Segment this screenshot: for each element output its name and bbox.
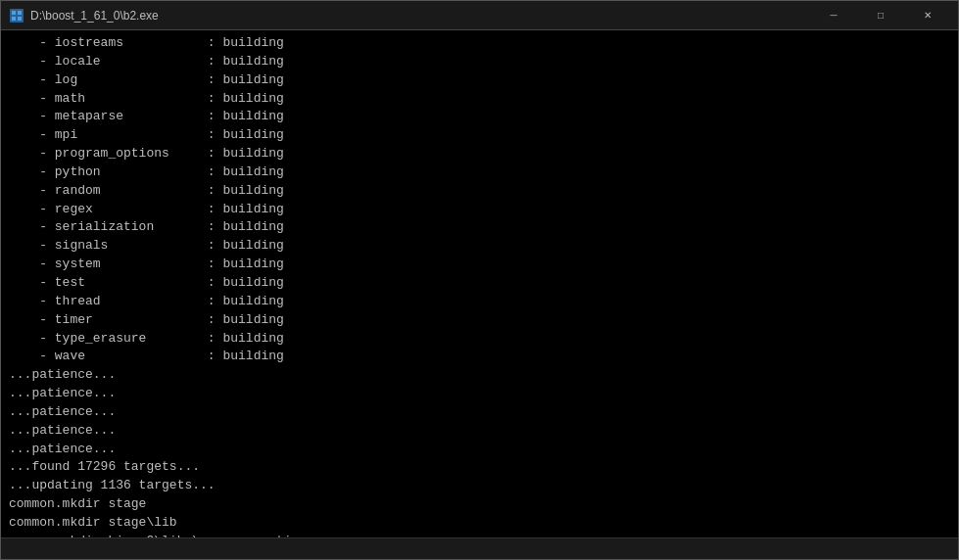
list-item: - timer : building [9,311,950,330]
mkdir-lines-container: common.mkdir stagecommon.mkdir stage\lib… [9,495,950,537]
patience-line: ...patience... [9,366,950,385]
mkdir-line: common.mkdir stage\lib [9,514,950,533]
list-item: - regex : building [9,201,950,219]
window: D:\boost_1_61_0\b2.exe ─ □ ✕ - iostreams… [0,0,959,560]
window-title: D:\boost_1_61_0\b2.exe [30,9,159,23]
list-item: - thread : building [9,293,950,311]
list-item: - wave : building [9,348,950,366]
found-targets-line: ...found 17296 targets... [9,458,950,477]
app-icon [9,8,24,23]
list-item: - python : building [9,163,950,182]
patience-line: ...patience... [9,385,950,403]
list-item: - system : building [9,256,950,274]
build-lines-container: - iostreams : building - locale : buildi… [9,34,950,366]
taskbar [1,537,958,559]
list-item: - program_options : building [9,145,950,163]
list-item: - type_erasure : building [9,330,950,349]
list-item: - random : building [9,182,950,201]
list-item: - log : building [9,71,950,90]
minimize-button[interactable]: ─ [811,1,856,30]
list-item: - signals : building [9,237,950,256]
patience-line: ...patience... [9,441,950,459]
list-item: - locale : building [9,53,950,71]
patience-line: ...patience... [9,403,950,422]
list-item: - mpi : building [9,126,950,145]
mkdir-line: common.mkdir stage [9,495,950,514]
close-button[interactable]: ✕ [905,1,950,30]
titlebar-controls: ─ □ ✕ [811,1,950,30]
maximize-button[interactable]: □ [858,1,903,30]
updating-targets-line: ...updating 1136 targets... [9,477,950,495]
svg-rect-3 [12,17,16,21]
titlebar-left: D:\boost_1_61_0\b2.exe [9,8,159,23]
svg-rect-2 [18,11,22,15]
list-item: - iostreams : building [9,34,950,53]
list-item: - metaparse : building [9,108,950,126]
terminal-body: - iostreams : building - locale : buildi… [1,30,958,537]
patience-lines-container: ...patience......patience......patience.… [9,366,950,458]
svg-rect-4 [18,17,22,21]
list-item: - serialization : building [9,218,950,237]
titlebar: D:\boost_1_61_0\b2.exe ─ □ ✕ [1,1,958,30]
list-item: - test : building [9,274,950,293]
svg-rect-1 [12,11,16,15]
list-item: - math : building [9,90,950,109]
patience-line: ...patience... [9,422,950,441]
